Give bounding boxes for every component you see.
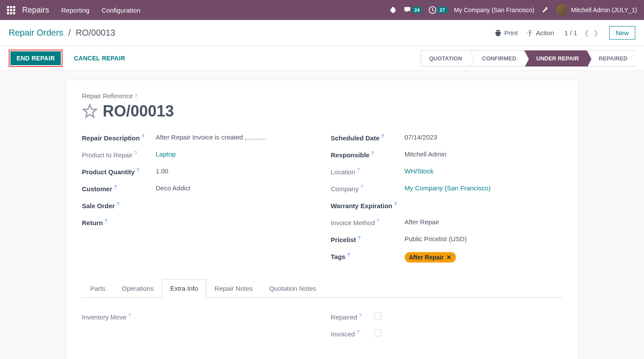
top-nav: Repairs Reporting Configuration 24 27 My… — [0, 0, 644, 20]
tab-operations[interactable]: Operations — [114, 279, 162, 298]
avatar — [556, 4, 568, 16]
breadcrumb-current: RO/00013 — [76, 28, 115, 37]
qty-value[interactable]: 1.00 — [156, 167, 168, 175]
status-under-repair[interactable]: UNDER REPAIR — [524, 50, 587, 66]
warranty-label: Warranty Expiration? — [331, 201, 405, 209]
user-name: Mitchell Admin (JULY_1) — [571, 7, 637, 13]
inventory-move-label: Inventory Move? — [82, 312, 156, 321]
tab-content: Inventory Move? Repaired? Invoiced? — [82, 298, 562, 352]
highlight-annotation: END REPAIR — [9, 50, 63, 67]
company-label: Company? — [331, 184, 405, 193]
end-repair-button[interactable]: END REPAIR — [10, 51, 61, 65]
new-button[interactable]: New — [609, 26, 635, 40]
pager-next[interactable]: ❯ — [591, 29, 601, 37]
repaired-label: Repaired? — [331, 312, 374, 321]
pager: 1 / 1 ❮ ❯ — [565, 29, 601, 37]
tab-extra-info[interactable]: Extra Info — [162, 279, 206, 298]
invoiced-checkbox[interactable] — [374, 329, 381, 336]
record-title: RO/00013 — [103, 102, 174, 120]
breadcrumb: Repair Orders / RO/00013 — [9, 28, 115, 38]
help-icon[interactable]: ? — [135, 93, 137, 99]
tags-label: Tags? — [331, 252, 405, 260]
control-panel: Repair Orders / RO/00013 Print Action 1 … — [0, 20, 644, 46]
tab-repair-notes[interactable]: Repair Notes — [206, 279, 261, 298]
pricelist-label: Pricelist? — [331, 235, 405, 243]
company-selector[interactable]: My Company (San Francisco) — [454, 7, 535, 13]
company-value[interactable]: My Company (San Francisco) — [405, 184, 491, 192]
invoice-method-label: Invoice Method? — [331, 218, 405, 226]
priority-star-icon[interactable] — [82, 103, 98, 119]
form-sheet: Repair Reference? RO/00013 Repair Descri… — [66, 80, 578, 359]
pricelist-value[interactable]: Public Pricelist (USD) — [405, 235, 467, 243]
tab-parts[interactable]: Parts — [82, 279, 114, 298]
breadcrumb-parent[interactable]: Repair Orders — [9, 28, 63, 37]
status-confirmed[interactable]: CONFIRMED — [470, 50, 524, 66]
customer-value[interactable]: Deco Addict — [156, 184, 191, 192]
pager-prev[interactable]: ❮ — [582, 29, 591, 37]
product-label: Product to Repair? — [82, 150, 156, 159]
location-label: Location? — [331, 167, 405, 176]
apps-icon[interactable] — [7, 6, 15, 14]
activities-icon[interactable]: 27 — [429, 6, 447, 14]
sale-order-label: Sale Order? — [82, 201, 156, 209]
messages-icon[interactable]: 24 — [403, 6, 422, 14]
status-bar: END REPAIR CANCEL REPAIR QUOTATION CONFI… — [0, 46, 644, 71]
cancel-repair-button[interactable]: CANCEL REPAIR — [68, 51, 131, 65]
repaired-checkbox[interactable] — [374, 312, 381, 319]
tools-icon[interactable] — [542, 6, 549, 14]
action-button[interactable]: Action — [526, 29, 554, 37]
user-menu[interactable]: Mitchell Admin (JULY_1) — [556, 4, 637, 16]
product-value[interactable]: Laptop — [156, 150, 176, 158]
tab-quotation-notes[interactable]: Quotation Notes — [261, 279, 324, 298]
customer-label: Customer? — [82, 184, 156, 193]
qty-label: Product Quantity? — [82, 167, 156, 176]
return-label: Return? — [82, 218, 156, 226]
app-name[interactable]: Repairs — [22, 6, 49, 15]
status-quotation[interactable]: QUOTATION — [421, 50, 470, 66]
messages-badge: 24 — [412, 7, 422, 13]
menu-configuration[interactable]: Configuration — [102, 7, 140, 14]
menu-reporting[interactable]: Reporting — [61, 7, 89, 14]
activities-badge: 27 — [437, 7, 447, 13]
date-value[interactable]: 07/14/2023 — [405, 133, 437, 141]
status-repaired[interactable]: REPAIRED — [587, 50, 635, 66]
date-label: Scheduled Date? — [331, 133, 405, 142]
pager-text[interactable]: 1 / 1 — [565, 29, 577, 37]
print-button[interactable]: Print — [495, 29, 518, 37]
status-steps: QUOTATION CONFIRMED UNDER REPAIR REPAIRE… — [421, 50, 635, 66]
responsible-label: Responsible? — [331, 150, 405, 159]
tag-remove-icon[interactable]: ✕ — [446, 254, 452, 261]
desc-label: Repair Description? — [82, 133, 156, 142]
tag-chip: After Repair ✕ — [405, 252, 456, 263]
debug-icon[interactable] — [390, 7, 396, 13]
tabs: Parts Operations Extra Info Repair Notes… — [82, 279, 562, 298]
invoice-method-value: After Repair — [405, 218, 439, 226]
tags-value[interactable]: After Repair ✕ — [405, 252, 456, 263]
responsible-value[interactable]: Mitchell Admin — [405, 150, 447, 158]
invoiced-label: Invoiced? — [331, 329, 374, 338]
location-value[interactable]: WH/Stock — [405, 167, 434, 175]
desc-value[interactable]: After Repair Invoice is created ,.......… — [156, 133, 267, 141]
ref-label: Repair Reference? — [82, 92, 562, 100]
